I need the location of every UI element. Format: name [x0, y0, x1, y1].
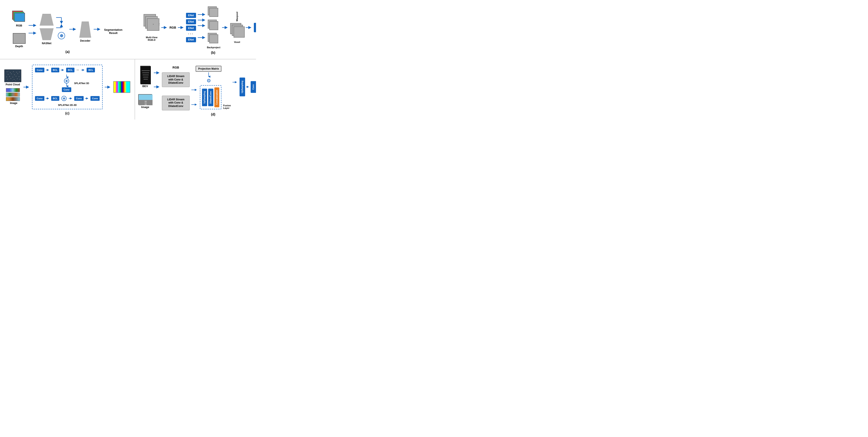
nasnet-trap-bot — [40, 28, 54, 40]
conv-btn-c4: Conv — [74, 96, 84, 101]
road-image — [138, 94, 152, 105]
conv-btn-c1: Conv — [35, 68, 44, 72]
panel-b-label: (b) — [211, 51, 215, 55]
arrow-c-down — [65, 75, 68, 78]
fusion-layer-label: Fusion Layer — [223, 104, 231, 109]
svg-point-26 — [17, 73, 18, 74]
svg-point-31 — [19, 76, 19, 77]
arrow-mv-rgb — [161, 26, 168, 29]
nasnet-trap-top — [40, 14, 54, 26]
image-label-c: Image — [10, 101, 18, 105]
arrow-c-plus-conv2d — [69, 97, 73, 100]
arrow-c-conv-bcl2d — [45, 97, 50, 100]
svg-point-32 — [7, 79, 8, 80]
arrow-bev-lidar1 — [154, 71, 160, 75]
concat-btn: Concatenation — [214, 87, 219, 107]
dots-b: · · · — [186, 32, 195, 36]
arrows-enet-bp — [198, 11, 205, 43]
depth-box-a — [13, 33, 26, 44]
point-cloud-label: Point Cloud — [5, 83, 20, 86]
bcl-btn-c4: BCL — [51, 96, 60, 101]
voxel-label: Voxel — [234, 41, 240, 43]
rgb-label-b: RGB — [169, 26, 176, 29]
rgb-label-a: RGB — [16, 24, 22, 27]
svg-rect-53 — [143, 75, 149, 75]
arrow-depth-nasnet — [29, 31, 37, 35]
arrow-img-lidar2 — [154, 85, 160, 89]
add-circle-a: ⊕ — [58, 32, 65, 39]
backproject-label: Backproject — [207, 46, 220, 49]
svg-point-37 — [8, 71, 9, 71]
svg-point-19 — [10, 72, 10, 73]
upsampling-btn-2: UpSampling — [240, 78, 245, 96]
proj-matrix-text: Projection Matrix — [198, 67, 219, 70]
svg-rect-55 — [144, 79, 148, 80]
nasnet-label: NASNet — [42, 42, 52, 45]
svg-point-35 — [17, 78, 18, 79]
arrow-c-conv-bcl1 — [45, 68, 50, 71]
conv-btn-d1: Conv — [251, 81, 256, 93]
arrow-c-down2 — [65, 84, 68, 87]
enet-box-3: ENet — [186, 26, 196, 31]
arrow-lidar2-fusion — [191, 103, 198, 106]
svg-rect-56 — [139, 94, 153, 100]
bcl-btn-c3: BCL — [87, 68, 95, 72]
panel-c-label: (c) — [65, 111, 69, 115]
image-strips — [6, 88, 20, 101]
arrow-c-out — [105, 85, 111, 89]
multiview-label: Multi-ViewRGB-D — [146, 36, 157, 41]
svg-rect-60 — [145, 105, 147, 105]
dilatedconv-btn: DilatedConv — [208, 89, 213, 106]
depth-label-a: Depth — [15, 45, 23, 48]
svg-rect-50 — [141, 66, 151, 84]
panel-d: BEV Image — [135, 59, 256, 120]
arrow-c-bcl1-bcl2 — [61, 68, 65, 71]
maxpool-label: Maxpool — [236, 12, 238, 21]
svg-rect-58 — [145, 101, 147, 101]
svg-point-24 — [11, 74, 11, 74]
arrow-decoder-result — [94, 28, 101, 31]
svg-point-28 — [9, 76, 10, 77]
panel-b: · · · Multi-ViewRGB-D RGB — [135, 0, 256, 59]
decoder-label: Decoder — [80, 39, 90, 42]
svg-point-39 — [12, 80, 12, 81]
panel-c: Point Cloud Image — [0, 59, 135, 120]
svg-rect-59 — [145, 103, 147, 103]
rgb-label-d-top: RGB — [173, 66, 179, 69]
proj-matrix-box: Projection Matrix — [196, 66, 221, 72]
svg-point-18 — [7, 71, 7, 72]
svg-point-27 — [6, 77, 7, 77]
rgb-blue-layer — [14, 13, 25, 22]
splat2d3d-label: SPLATNet 2D-3D — [35, 104, 100, 106]
arrow-lidar1-fusion — [191, 88, 198, 91]
conv-btn-c3: Conv — [35, 96, 44, 101]
arrow-pm-down — [207, 72, 210, 78]
enet-box-1: ENet — [186, 13, 196, 18]
panel-a: RGB Depth — [0, 0, 135, 59]
arrow-c-to-dashed — [24, 85, 30, 89]
svg-point-21 — [16, 72, 17, 72]
arrow-us-conv — [246, 86, 250, 88]
conv-btn-c2: Conv — [62, 87, 71, 92]
upsampling-btn-1: UpSampling — [202, 89, 207, 106]
splat3d-label: SPLATNet 3D — [74, 82, 89, 85]
panel-a-label: (a) — [65, 50, 70, 54]
arrow-c-conv-conv2d — [85, 97, 89, 100]
decoder-box — [80, 22, 91, 37]
svg-point-33 — [10, 78, 11, 79]
lidar-stream-1: LiDAR Streamwith Conv &DilatedConv — [162, 72, 190, 87]
svg-point-20 — [13, 71, 14, 72]
svg-point-22 — [19, 71, 20, 72]
enet-box-2: ENet — [186, 19, 196, 24]
svg-rect-51 — [142, 70, 150, 71]
plus-circle-c2: ⊕ — [61, 96, 67, 101]
svg-rect-52 — [142, 72, 149, 73]
arrow-rgb-enet — [178, 26, 184, 29]
svg-point-34 — [14, 79, 14, 80]
conv-btn-c5: Conv — [90, 96, 100, 101]
arrow-rgb-nasnet — [29, 24, 37, 27]
svg-point-36 — [20, 79, 20, 80]
bcl-btn-c2: BCL — [66, 68, 74, 72]
bcl-btn-c1: BCL — [51, 68, 60, 72]
svg-point-38 — [16, 81, 16, 81]
